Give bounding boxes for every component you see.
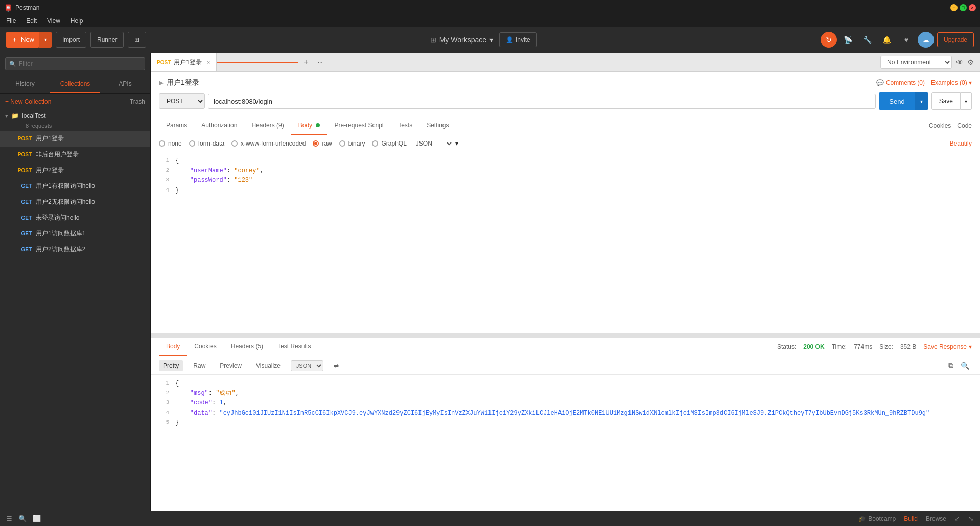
add-tab-button[interactable]: +	[298, 58, 313, 67]
resp-line-2: 2 "msg": "成功",	[151, 389, 980, 398]
trash-button[interactable]: Trash	[130, 98, 145, 105]
new-button[interactable]: ＋ New	[6, 32, 39, 48]
request-item-7[interactable]: GET 用户2访问数据库2	[0, 242, 150, 257]
save-response-button[interactable]: Save Response ▾	[923, 343, 972, 350]
comments-link[interactable]: 💬 Comments (0)	[876, 79, 925, 86]
req-tab-auth[interactable]: Authorization	[194, 116, 244, 135]
req-tab-body[interactable]: Body	[291, 116, 328, 135]
req-tab-settings[interactable]: Settings	[419, 116, 456, 135]
request-item-5[interactable]: GET 未登录访问hello	[0, 210, 150, 226]
invite-button[interactable]: 👤 Invite	[499, 32, 537, 47]
request-item-3[interactable]: GET 用户1有权限访问hello	[0, 178, 150, 194]
tab-close-button[interactable]: ×	[207, 59, 210, 65]
expand-button[interactable]: ⤢	[954, 515, 960, 522]
gear-icon-button[interactable]: ⚙	[967, 58, 974, 66]
resp-tab-body[interactable]: Body	[159, 338, 187, 356]
resp-visualize-button[interactable]: Visualize	[252, 360, 285, 371]
tabs-bar: POST 用户1登录 × + ···	[151, 53, 874, 71]
resp-format-select[interactable]: JSON	[291, 360, 323, 371]
heart-button[interactable]: ♥	[898, 32, 915, 48]
radio-none[interactable]: none	[159, 140, 182, 147]
workspace-icon-button[interactable]: ⊞	[128, 32, 146, 48]
search-input[interactable]	[5, 57, 145, 70]
notifications-button[interactable]: 🔔	[879, 32, 895, 48]
req-tab-headers[interactable]: Headers (9)	[244, 116, 291, 135]
active-tab[interactable]: POST 用户1登录 ×	[151, 53, 217, 71]
tab-more-button[interactable]: ···	[314, 59, 327, 66]
beautify-button[interactable]: Beautify	[950, 140, 972, 147]
radio-form-data[interactable]: form-data	[189, 140, 224, 147]
browse-link[interactable]: Browse	[926, 515, 946, 522]
menu-file[interactable]: File	[4, 16, 18, 26]
req-tab-prerequest[interactable]: Pre-request Script	[327, 116, 391, 135]
new-dropdown-button[interactable]: ▾	[39, 32, 52, 48]
menu-help[interactable]: Help	[68, 16, 85, 26]
radio-binary[interactable]: binary	[339, 140, 365, 147]
upgrade-button[interactable]: Upgrade	[937, 32, 974, 47]
method-select[interactable]: POST GET PUT DELETE PATCH	[159, 93, 205, 109]
request-item-6[interactable]: GET 用户1访问数据库1	[0, 226, 150, 242]
request-item-1[interactable]: POST 非后台用户登录	[0, 147, 150, 162]
save-dropdown-button[interactable]: ▾	[961, 92, 972, 110]
close-button[interactable]: ×	[969, 4, 976, 11]
search-bottom-button[interactable]: 🔍	[18, 515, 27, 522]
new-collection-button[interactable]: + New Collection	[5, 98, 51, 105]
window-controls: − □ ×	[950, 4, 976, 11]
build-link[interactable]: Build	[904, 515, 918, 522]
satellite-button[interactable]: 📡	[840, 32, 856, 48]
cookies-link[interactable]: Cookies	[929, 122, 951, 129]
request-item-2[interactable]: POST 用户2登录	[0, 162, 150, 178]
tab-apis[interactable]: APIs	[100, 75, 150, 93]
sync-button[interactable]: ↻	[821, 32, 837, 48]
bootcamp-link[interactable]: 🎓 Bootcamp	[858, 515, 896, 522]
radio-urlencoded[interactable]: x-www-form-urlencoded	[231, 140, 306, 147]
code-link[interactable]: Code	[957, 122, 972, 129]
sidebar-tabs: History Collections APIs	[0, 75, 150, 94]
resp-pretty-button[interactable]: Pretty	[159, 360, 183, 371]
console-button[interactable]: ⬜	[33, 515, 41, 522]
request-body-editor[interactable]: 1 { 2 "userName": "corey", 3 "passWord":…	[151, 152, 980, 336]
cloud-button[interactable]: ☁	[918, 32, 934, 48]
examples-link[interactable]: Examples (0) ▾	[931, 79, 972, 86]
req-tab-tests[interactable]: Tests	[391, 116, 419, 135]
menu-view[interactable]: View	[45, 16, 62, 26]
tab-collections[interactable]: Collections	[50, 75, 100, 93]
request-name-1: 非后台用户登录	[36, 150, 79, 159]
resp-tab-test-results[interactable]: Test Results	[270, 338, 318, 356]
resp-line-1: 1 {	[151, 379, 980, 389]
resp-preview-button[interactable]: Preview	[216, 360, 246, 371]
workspace-selector[interactable]: ⊞ My Workspace ▾	[430, 36, 493, 44]
request-item-4[interactable]: GET 用户2无权限访问hello	[0, 194, 150, 210]
menu-edit[interactable]: Edit	[24, 16, 39, 26]
collection-header[interactable]: ▾ 📁 localTest	[0, 109, 150, 123]
tab-history[interactable]: History	[0, 75, 50, 93]
resp-search-button[interactable]: 🔍	[958, 360, 972, 371]
url-input[interactable]	[208, 94, 876, 109]
resp-raw-button[interactable]: Raw	[189, 360, 209, 371]
runner-button[interactable]: Runner	[90, 32, 124, 48]
save-button[interactable]: Save	[931, 92, 961, 110]
eye-icon-button[interactable]: 👁	[956, 58, 963, 66]
request-name-3: 用户1有权限访问hello	[36, 182, 95, 190]
request-name-4: 用户2无权限访问hello	[36, 198, 95, 206]
collapse-button[interactable]: ⤡	[968, 515, 974, 522]
sidebar-toggle-button[interactable]: ☰	[6, 515, 12, 522]
request-name-5: 未登录访问hello	[36, 213, 79, 222]
environment-selector[interactable]: No Environment	[880, 56, 952, 69]
radio-raw[interactable]: raw	[313, 140, 332, 147]
import-button[interactable]: Import	[56, 32, 86, 48]
resp-tab-cookies[interactable]: Cookies	[187, 338, 223, 356]
req-tab-params[interactable]: Params	[159, 116, 194, 135]
send-dropdown-button[interactable]: ▾	[915, 92, 928, 110]
send-button[interactable]: Send	[879, 92, 915, 110]
resp-wrap-button[interactable]: ⇌	[330, 360, 343, 371]
settings-button[interactable]: 🔧	[859, 32, 876, 48]
radio-graphql[interactable]: GraphQL	[372, 140, 406, 147]
json-format-select[interactable]: JSON Text JavaScript HTML XML	[414, 139, 453, 148]
maximize-button[interactable]: □	[960, 4, 967, 11]
minimize-button[interactable]: −	[950, 4, 958, 11]
resp-tab-headers[interactable]: Headers (5)	[224, 338, 270, 356]
method-get-3: GET	[14, 183, 32, 189]
request-item-0[interactable]: POST 用户1登录	[0, 131, 150, 147]
resp-copy-button[interactable]: ⧉	[946, 360, 956, 371]
